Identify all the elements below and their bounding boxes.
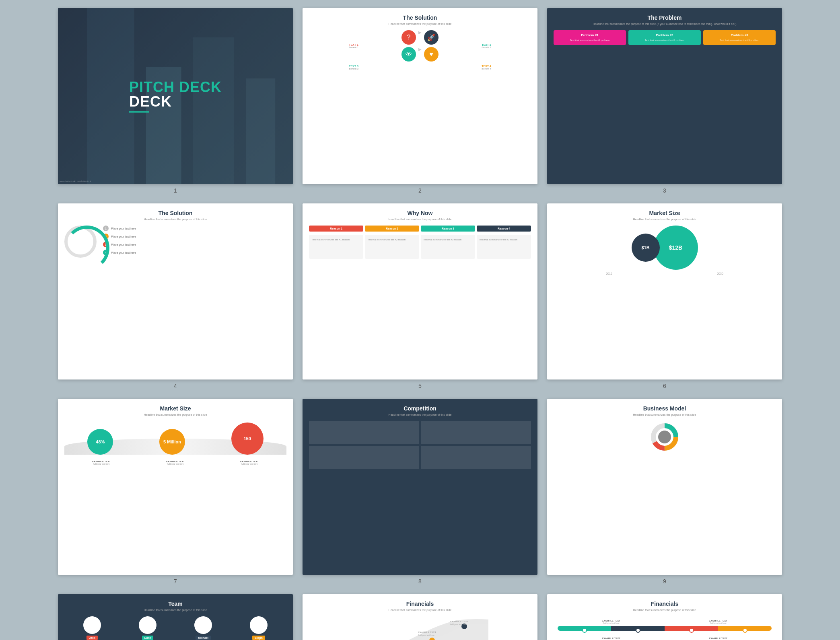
sol-icon-rocket: 🚀 <box>424 30 439 45</box>
step-item-3: 3 Place your text here <box>103 242 286 247</box>
slide-wrapper-1: PITCH DECK DECK www.shutterstock.com/shu… <box>58 8 293 194</box>
slide-wrapper-5: Why Now Headline that summarizes the pur… <box>303 203 537 389</box>
slide4-subtitle: Headline that summarizes the purpose of … <box>64 218 286 221</box>
slide4-title: The Solution <box>64 210 286 216</box>
slide-number-1: 1 <box>174 187 177 194</box>
slide-number-8: 8 <box>418 578 422 585</box>
step-item-4: 4 Place your text here <box>103 250 286 255</box>
slide-number-2: 2 <box>418 187 422 194</box>
sol-icon-row-2: 👁 ▶ ♥ <box>401 47 439 62</box>
slide-wrapper-8: Competition Headline that summarizes the… <box>303 399 537 585</box>
problem-box-title-3: Problem #3 <box>706 33 773 37</box>
sol-icon-row-1: ? ▶ 🚀 <box>401 30 439 45</box>
fin-dot-2 <box>636 628 640 633</box>
slide-4[interactable]: The Solution Headline that summarizes th… <box>58 203 293 379</box>
solution-grid: TEXT 1 Benefit 1 ? ▶ 🚀 👁 ▶ ♥ <box>309 30 531 70</box>
fin-dot-4 <box>743 628 747 633</box>
slide-11[interactable]: Financials Headline that summarizes the … <box>303 594 537 640</box>
reason-card-text-2: Text that summarizes the #2 reason <box>367 238 417 241</box>
slide7-title: Market Size <box>64 405 286 412</box>
stat-bubble-2: 5 Million <box>159 429 185 455</box>
sol-sub-2: Benefit 2 <box>442 46 531 49</box>
team-member-2: Luke Front End Geek by nature. Eats code… <box>136 616 160 640</box>
step-text-4: Place your text here <box>111 251 136 254</box>
stat-bubble-3: 150 <box>231 423 264 455</box>
slide-number-6: 6 <box>663 383 666 389</box>
donut-chart <box>649 421 681 453</box>
slide1-line <box>129 111 149 113</box>
fin-label-bot-2: EXAMPLE TEXT Add your text here <box>709 637 727 640</box>
slide-number-4: 4 <box>174 383 177 389</box>
financials-chart-12: EXAMPLE TEXT Add your text here EXAMPLE … <box>554 619 776 640</box>
fin-label-top-2: EXAMPLE TEXT Add your text here <box>709 619 727 624</box>
sol-text-3: TEXT 3 Benefit 3 <box>309 65 398 70</box>
fin-labels-bottom: EXAMPLE TEXT Add your text here EXAMPLE … <box>558 637 772 640</box>
stat-labels-row: EXAMPLE TEXT Add your text here EXAMPLE … <box>64 457 286 465</box>
slide8-subtitle: Headline that summarizes the purpose of … <box>309 413 531 416</box>
slide-9[interactable]: Business Model Headline that summarizes … <box>547 399 782 575</box>
slide-2[interactable]: The Solution Headline that summarizes th… <box>303 8 537 184</box>
market-circles: $1B $12B <box>554 226 776 270</box>
slide2-title: The Solution <box>309 14 531 21</box>
slide3-title: The Problem <box>554 14 776 21</box>
sol-arrow-1: ▶ <box>418 30 422 45</box>
reason-tag-2: Reason 2 <box>365 226 419 232</box>
stat-info-1: EXAMPLE TEXT Add your text here <box>92 460 111 465</box>
sol-label-1: TEXT 1 <box>309 43 398 46</box>
mkt-value-small: $1B <box>641 245 649 250</box>
slide-8[interactable]: Competition Headline that summarizes the… <box>303 399 537 575</box>
slide9-subtitle: Headline that summarizes the purpose of … <box>554 413 776 416</box>
slide2-subtitle: Headline that summarizes the purpose of … <box>309 23 531 25</box>
problem-box-text-1: Text that summarizes the #1 problem <box>556 39 624 42</box>
problem-box-1: Problem #1 Text that summarizes the #1 p… <box>554 30 626 45</box>
slide11-title: Financials <box>309 601 531 607</box>
slide-3[interactable]: The Problem Headline that summarizes the… <box>547 8 782 184</box>
slide-number-5: 5 <box>418 383 422 389</box>
team-row: Jack Marketing Grow users to 10x+ in 3 m… <box>64 616 286 640</box>
mkt-circle-large: $12B <box>654 226 698 270</box>
step-text-1: Place your text here <box>111 227 136 230</box>
financials-svg-11: EXAMPLE TEXT Add your text here EXAMPLE … <box>309 616 531 640</box>
slide-10[interactable]: Team Headline that summarizes the purpos… <box>58 594 293 640</box>
slide10-subtitle: Headline that summarizes the purpose of … <box>64 609 286 611</box>
slide-5[interactable]: Why Now Headline that summarizes the pur… <box>303 203 537 379</box>
financials-chart-11: EXAMPLE TEXT Add your text here EXAMPLE … <box>309 616 531 640</box>
slide1-content: PITCH DECK DECK <box>121 72 230 121</box>
team-name-1: Jack <box>86 636 98 640</box>
sol-arrow-2: ▶ <box>418 47 422 62</box>
fin-dot-3 <box>689 628 694 633</box>
sol-text-1: TEXT 1 Benefit 1 <box>309 43 398 49</box>
competition-cell-1 <box>309 421 419 444</box>
slide-wrapper-11: Financials Headline that summarizes the … <box>303 594 537 640</box>
sol-label-4: TEXT 4 <box>442 65 531 68</box>
stat-col-3: 150 <box>231 423 264 455</box>
stat-bubble-1: 48% <box>87 429 113 455</box>
slide-wrapper-7: Market Size Headline that summarizes the… <box>58 399 293 585</box>
team-avatar-3 <box>194 616 212 634</box>
mkt-label-2015: 2015 <box>606 272 612 275</box>
team-member-4: Steph Design Lorem ipsum amet dp whateve… <box>247 616 271 640</box>
step-dot-1: 1 <box>103 226 109 231</box>
steps-container: 1 Place your text here 2 Place your text… <box>64 226 286 258</box>
sol-label-3: TEXT 3 <box>309 65 398 68</box>
slide-6[interactable]: Market Size Headline that summarizes the… <box>547 203 782 379</box>
reason-tag-3: Reason 3 <box>421 226 475 232</box>
stat-info-2: EXAMPLE TEXT Add your text here <box>166 460 185 465</box>
fin-sub-2a: Add your text here <box>709 622 727 624</box>
stat-col-1: 48% <box>87 429 113 455</box>
slide-number-7: 7 <box>174 578 177 585</box>
slide-1[interactable]: PITCH DECK DECK www.shutterstock.com/shu… <box>58 8 293 184</box>
slide1-title-deck: DECK <box>129 94 222 109</box>
slide-number-9: 9 <box>663 578 666 585</box>
slide9-title: Business Model <box>554 405 776 412</box>
donut-container <box>554 421 776 453</box>
sol-sub-4: Benefit 4 <box>442 68 531 70</box>
fin-label-bot-1: EXAMPLE TEXT Add your text here <box>602 637 620 640</box>
slide12-subtitle: Headline that summarizes the purpose of … <box>554 609 776 611</box>
step-item-2: 2 Place your text here <box>103 234 286 239</box>
slide-12[interactable]: Financials Headline that summarizes the … <box>547 594 782 640</box>
slide-7[interactable]: Market Size Headline that summarizes the… <box>58 399 293 575</box>
step-item-1: 1 Place your text here <box>103 226 286 231</box>
svg-text:EXAMPLE TEXT: EXAMPLE TEXT <box>450 620 469 623</box>
reason-tag-1: Reason 1 <box>309 226 363 232</box>
